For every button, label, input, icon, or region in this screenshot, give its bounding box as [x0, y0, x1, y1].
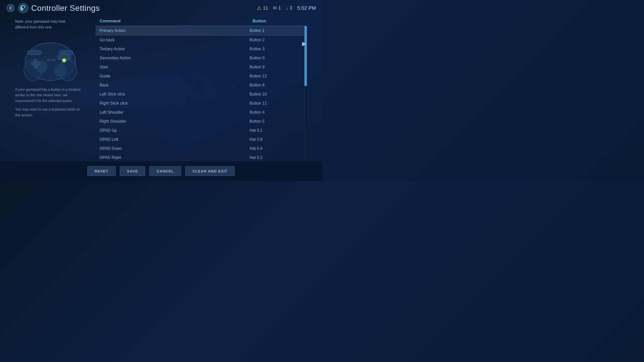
svg-point-13: [66, 55, 71, 60]
download-count: 3: [290, 6, 292, 11]
tip-text-1: If your gamepad has a button in a locati…: [15, 87, 86, 104]
command-cell: Left Shoulder: [100, 110, 250, 115]
svg-rect-16: [47, 59, 51, 61]
command-cell: Secondary Action: [100, 56, 250, 60]
table-row[interactable]: DPAD Up Hat 0.1: [96, 126, 304, 135]
command-cell: DPAD Up: [100, 128, 250, 133]
button-cell: Button 8: [250, 83, 300, 87]
button-cell: Button 10: [250, 92, 300, 97]
svg-rect-17: [52, 59, 55, 61]
button-cell: Button 12: [250, 74, 300, 78]
table-header: Command Button: [96, 19, 307, 26]
command-cell: DPAD Left: [100, 137, 250, 142]
tip-text-2: You may want to use a keyboard while on …: [15, 107, 86, 118]
svg-point-9: [56, 66, 64, 74]
command-cell: Back: [100, 83, 250, 87]
button-cell: Hat 0.4: [250, 146, 300, 151]
steam-logo-icon: [18, 3, 28, 13]
button-cell: Button 1: [250, 28, 300, 33]
page-title: Controller Settings: [31, 4, 100, 13]
downloads-group[interactable]: ↓ 3: [286, 6, 292, 11]
table-row[interactable]: Left Stick click Button 10: [96, 90, 304, 99]
command-cell: DPAD Down: [100, 146, 250, 151]
left-panel: Note: your gamepad may lookdifferent fro…: [15, 16, 86, 159]
table-row[interactable]: Tertiary Action Button 3: [96, 44, 304, 54]
table-row[interactable]: Back Button 8: [96, 81, 304, 90]
header: Controller Settings ⚠ 11 ✉ 1 ↓ 3 5:02 PM: [0, 0, 322, 16]
table-row[interactable]: Start Button 9: [96, 63, 304, 72]
footer: RESET SAVE CANCEL CLEAR AND EXIT: [0, 161, 322, 181]
table-row[interactable]: Left Shoulder Button 4: [96, 108, 304, 117]
cancel-button[interactable]: CANCEL: [149, 166, 181, 176]
button-cell: Button 5: [250, 119, 300, 124]
table-row[interactable]: DPAD Right Hat 0.2: [96, 153, 304, 159]
main-content: Note: your gamepad may lookdifferent fro…: [0, 16, 322, 159]
table-row[interactable]: DPAD Left Hat 0.8: [96, 135, 304, 144]
table-scroll[interactable]: Primary Action Button 1 Go back Button 2…: [96, 26, 307, 159]
button-cell: Button 9: [250, 65, 300, 69]
table-row[interactable]: Primary Action Button 1: [96, 26, 304, 35]
button-cell: Hat 0.1: [250, 128, 300, 133]
gamepad-note: Note: your gamepad may lookdifferent fro…: [15, 19, 86, 30]
controller-illustration: [23, 34, 78, 82]
back-arrow-icon: [7, 4, 15, 12]
button-cell: Button 3: [250, 47, 300, 51]
svg-point-15: [62, 53, 66, 57]
download-icon: ↓: [286, 6, 288, 11]
command-cell: Right Shoulder: [100, 119, 250, 124]
button-cell: Button 4: [250, 110, 300, 115]
alert-icon: ⚠: [257, 5, 261, 11]
command-cell: Tertiary Action: [100, 47, 250, 51]
command-cell: Guide: [100, 74, 250, 78]
command-cell: Right Stick click: [100, 101, 250, 106]
command-cell: Primary Action: [100, 28, 250, 33]
header-right: ⚠ 11 ✉ 1 ↓ 3 5:02 PM: [257, 5, 316, 11]
button-cell: Hat 0.8: [250, 137, 300, 142]
messages-group[interactable]: ✉ 1: [273, 5, 281, 11]
col-button-header: Button: [253, 19, 303, 24]
command-cell: Start: [100, 65, 250, 69]
mail-icon: ✉: [273, 5, 277, 11]
scrollbar-track: [304, 26, 307, 159]
table-row[interactable]: DPAD Down Hat 0.4: [96, 144, 304, 153]
table-row[interactable]: Secondary Action Button 0: [96, 54, 304, 63]
svg-rect-4: [28, 50, 42, 55]
notification-count: 11: [263, 6, 268, 11]
table-row[interactable]: Right Shoulder Button 5: [96, 117, 304, 126]
table-scroll-container: Primary Action Button 1 Go back Button 2…: [96, 26, 307, 159]
reset-button[interactable]: RESET: [87, 166, 116, 176]
command-cell: Left Stick click: [100, 92, 250, 97]
button-cell: Button 0: [250, 56, 300, 60]
header-left: Controller Settings: [6, 3, 257, 13]
svg-point-19: [63, 59, 65, 62]
table-row[interactable]: Right Stick click Button 11: [96, 99, 304, 108]
message-count: 1: [278, 6, 281, 11]
back-button[interactable]: [6, 4, 15, 13]
scrollbar-thumb[interactable]: [304, 26, 307, 86]
col-command-header: Command: [100, 19, 253, 24]
command-cell: DPAD Right: [100, 155, 250, 159]
button-cell: Button 11: [250, 101, 300, 106]
command-cell: Go back: [100, 38, 250, 42]
notifications-group[interactable]: ⚠ 11: [257, 5, 268, 11]
clock: 5:02 PM: [297, 5, 316, 11]
right-panel: Command Button Primary Action Button 1 G…: [96, 16, 307, 159]
svg-rect-11: [31, 62, 40, 65]
save-button[interactable]: SAVE: [120, 166, 145, 176]
button-cell: Button 2: [250, 38, 300, 42]
svg-point-14: [57, 55, 62, 60]
svg-point-0: [18, 3, 28, 13]
table-row[interactable]: Guide Button 12: [96, 72, 304, 81]
button-cell: Hat 0.2: [250, 155, 300, 159]
clear-and-exit-button[interactable]: CLEAR AND EXIT: [185, 166, 235, 176]
table-row[interactable]: Go back Button 2: [96, 35, 304, 44]
